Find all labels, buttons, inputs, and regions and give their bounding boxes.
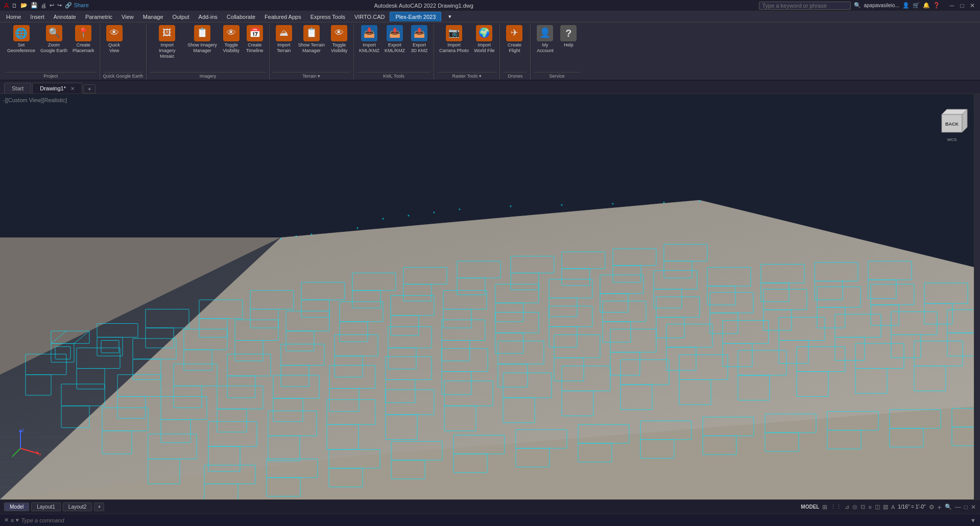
create-flight-button[interactable]: ✈ CreateFlight [503, 24, 525, 55]
show-terrain-icon: 📋 [303, 25, 320, 41]
command-input[interactable] [21, 517, 968, 523]
zoom-icon[interactable]: 🔍 [945, 504, 952, 510]
command-dropdown-icon[interactable]: ▾ [16, 517, 19, 523]
set-georeference-button[interactable]: 🌐 SetGeoreference [5, 24, 37, 55]
import-imagery-label: Import ImageryMosaic [152, 42, 182, 59]
search-input[interactable] [759, 2, 851, 10]
kml-group-label: KML Tools [357, 72, 431, 80]
add-layout-tab[interactable]: + [94, 503, 104, 511]
tab-drawing1[interactable]: Drawing1* ✕ [32, 83, 82, 93]
menu-featured-apps[interactable]: Featured Apps [260, 13, 305, 21]
terrain-group-label: Terrain ▾ [273, 72, 350, 80]
menu-view[interactable]: View [117, 13, 138, 21]
win-minimize[interactable]: ─ [948, 2, 955, 9]
export-3d-kmz-button[interactable]: 📤 Export3D KMZ [408, 24, 431, 55]
settings-icon[interactable]: ⚙ [929, 504, 935, 511]
create-placemark-button[interactable]: 📍 CreatePlacemark [70, 24, 97, 55]
toolbar-print[interactable]: 🖨 [41, 3, 46, 9]
my-account-label: MyAccount [537, 42, 554, 54]
menu-plex-earth[interactable]: Plex-Earth 2023 [390, 12, 441, 21]
toggle-terrain-vis-button[interactable]: 👁 ToggleVisibility [328, 24, 350, 55]
model-tab[interactable]: Model [4, 503, 29, 511]
menu-annotate[interactable]: Annotate [50, 13, 80, 21]
win-close[interactable]: ✕ [969, 2, 976, 9]
command-close-icon[interactable]: ✕ [4, 517, 9, 523]
status-minimize[interactable]: — [955, 504, 961, 511]
menu-addins[interactable]: Add-ins [195, 13, 222, 21]
toolbar-undo[interactable]: ↩ [50, 2, 54, 9]
snap-toggle[interactable]: ⋮⋮ [830, 504, 842, 510]
tab-add[interactable]: + [83, 84, 95, 93]
tab-close-drawing1[interactable]: ✕ [70, 86, 75, 91]
question-icon[interactable]: ❓ [933, 2, 940, 9]
menu-output[interactable]: Output [169, 13, 194, 21]
menu-parametric[interactable]: Parametric [81, 13, 116, 21]
import-world-file-button[interactable]: 🌍 ImportWorld File [472, 24, 496, 55]
viewcube[interactable]: BACK WCS [934, 104, 970, 145]
toolbar-open[interactable]: 📂 [20, 2, 28, 9]
add-icon[interactable]: + [938, 503, 942, 511]
menu-collaborate[interactable]: Collaborate [223, 13, 259, 21]
toggle-vis-icon: 👁 [223, 25, 240, 41]
ribbon-group-raster: 📷 ImportCamera Photo 🌍 ImportWorld File … [434, 24, 500, 80]
export-kml-button[interactable]: 📤 ExportKML/KMZ [383, 24, 407, 55]
zoom-google-earth-button[interactable]: 🔍 ZoomGoogle Earth [38, 24, 69, 55]
title-bar: A 🗋 📂 💾 🖨 ↩ ↪ 🔗 Share Autodesk AutoCAD 2… [0, 0, 980, 11]
status-restore[interactable]: □ [964, 504, 968, 511]
polar-toggle[interactable]: ◎ [852, 504, 857, 510]
status-close[interactable]: ✕ [971, 504, 976, 511]
quick-view-label: QuickView [108, 42, 120, 54]
toolbar-redo[interactable]: ↪ [57, 2, 62, 9]
import-camera-photo-button[interactable]: 📷 ImportCamera Photo [437, 24, 471, 55]
tab-start[interactable]: Start [4, 83, 31, 93]
import-imagery-mosaic-button[interactable]: 🖼 Import ImageryMosaic [150, 24, 184, 60]
menu-extra[interactable]: ▾ [444, 12, 456, 21]
transparency-toggle[interactable]: ◫ [875, 504, 880, 510]
menu-manage[interactable]: Manage [139, 13, 168, 21]
my-account-button[interactable]: 👤 MyAccount [534, 24, 556, 55]
axes-svg: Z X [10, 428, 41, 459]
menu-virto-cad[interactable]: VIRTO.CAD [350, 13, 389, 21]
command-scroll-down[interactable]: ▼ [970, 517, 976, 523]
selection-toggle[interactable]: ▧ [883, 504, 888, 510]
svg-text:Z: Z [21, 428, 25, 433]
show-terrain-manager-button[interactable]: 📋 Show TerrainManager [296, 24, 327, 55]
cart-icon[interactable]: 🛒 [913, 2, 920, 9]
menu-insert[interactable]: Insert [26, 13, 49, 21]
import-terrain-button[interactable]: ⛰ ImportTerrain [273, 24, 295, 55]
project-buttons: 🌐 SetGeoreference 🔍 ZoomGoogle Earth 📍 C… [5, 24, 97, 72]
canvas-3d[interactable]: -][Custom View][Realistic] [0, 94, 980, 499]
create-timeline-button[interactable]: 📅 CreateTimeline [244, 24, 266, 55]
help-button[interactable]: ? Help [557, 24, 580, 49]
layout2-tab[interactable]: Layout2 [63, 503, 92, 511]
ribbon-group-imagery: 🖼 Import ImageryMosaic 📋 Show ImageryMan… [147, 24, 270, 80]
ribbon-group-project: 🌐 SetGeoreference 🔍 ZoomGoogle Earth 📍 C… [2, 24, 100, 80]
layout1-tab[interactable]: Layout1 [31, 503, 61, 511]
import-kml-button[interactable]: 📥 ImportKML/KMZ [357, 24, 381, 55]
lineweight-toggle[interactable]: ≡ [868, 504, 871, 510]
osnap-toggle[interactable]: ⊡ [861, 504, 865, 510]
svg-marker-229 [12, 454, 15, 458]
share-btn[interactable]: 🔗 Share [65, 2, 88, 9]
viewport-scrollbar-right[interactable] [974, 94, 980, 499]
export-kml-icon: 📤 [387, 25, 403, 41]
export-kml-label: ExportKML/KMZ [385, 42, 405, 54]
drones-buttons: ✈ CreateFlight [503, 24, 527, 72]
win-restore[interactable]: □ [959, 2, 966, 9]
import-world-icon: 🌍 [476, 25, 492, 41]
annotation-toggle[interactable]: A [891, 504, 895, 510]
command-expand-icon[interactable]: ≡ [11, 517, 14, 523]
bell-icon[interactable]: 🔔 [923, 2, 930, 9]
search-icon[interactable]: 🔍 [854, 2, 861, 9]
grid-toggle[interactable]: ⊞ [822, 504, 827, 511]
quick-view-button[interactable]: 👁 QuickView [103, 24, 126, 55]
menu-express-tools[interactable]: Express Tools [306, 13, 349, 21]
toggle-visibility-button[interactable]: 👁 ToggleVisibility [220, 24, 243, 55]
toolbar-save[interactable]: 💾 [31, 2, 38, 9]
ortho-toggle[interactable]: ⊿ [845, 504, 849, 510]
menu-home[interactable]: Home [2, 13, 25, 21]
ribbon-group-drones: ✈ CreateFlight Drones [500, 24, 531, 80]
show-imagery-manager-button[interactable]: 📋 Show ImageryManager [185, 24, 219, 55]
toolbar-new[interactable]: 🗋 [12, 3, 17, 9]
raster-group-label: Raster Tools ▾ [437, 72, 496, 80]
